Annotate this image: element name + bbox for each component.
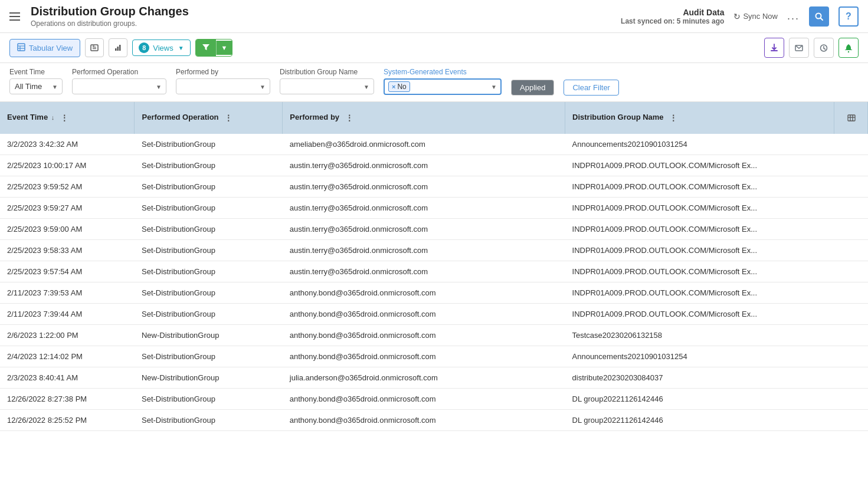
cell-performed_operation: Set-DistributionGroup — [135, 304, 283, 325]
cell-performed_by: austin.terry@o365droid.onmicrosoft.com — [283, 176, 565, 198]
sort-icon[interactable]: ↓ — [51, 114, 55, 121]
event-time-select-wrapper[interactable]: All Time — [9, 78, 63, 94]
applied-button[interactable]: Applied — [511, 80, 554, 96]
cell-performed_by: anthony.bond@o365droid.onmicrosoft.com — [283, 282, 565, 304]
cell-event_time: 2/3/2023 8:40:41 AM — [0, 367, 135, 389]
cell-performed_operation: New-DistributionGroup — [135, 325, 283, 346]
tag-x-icon[interactable]: × — [392, 83, 395, 90]
svg-rect-12 — [119, 45, 121, 51]
search-button[interactable] — [809, 6, 829, 27]
event-time-filter-group: Event Time All Time — [9, 68, 63, 94]
cell-performed_operation: Set-DistributionGroup — [135, 240, 283, 261]
cell-actions — [834, 389, 868, 410]
filter-row: Event Time All Time Performed Operation … — [0, 63, 868, 102]
page-title-area: Distribution Group Changes Operations on… — [31, 5, 621, 28]
table-row[interactable]: 2/25/2023 9:57:54 AMSet-DistributionGrou… — [0, 261, 868, 282]
system-events-label: System-Generated Events — [384, 68, 502, 76]
performed-operation-select-wrapper[interactable] — [72, 78, 166, 94]
email-button[interactable] — [789, 38, 809, 58]
data-table: Event Time ↓ ⋮ Performed Operation ⋮ Per… — [0, 102, 868, 431]
page-title: Distribution Group Changes — [31, 5, 621, 18]
sync-now-button[interactable]: ↻ Sync Now — [733, 12, 778, 21]
performed-by-select[interactable] — [176, 78, 270, 94]
performed-operation-select[interactable] — [72, 78, 166, 94]
cell-performed_operation: New-DistributionGroup — [135, 367, 283, 389]
table-row[interactable]: 2/25/2023 10:00:17 AMSet-DistributionGro… — [0, 155, 868, 176]
cell-actions — [834, 198, 868, 219]
cell-actions — [834, 219, 868, 240]
cell-performed_operation: Set-DistributionGroup — [135, 261, 283, 282]
cell-actions — [834, 134, 868, 155]
dist-group-select-wrapper[interactable] — [280, 78, 374, 94]
col-menu-dist-group[interactable]: ⋮ — [668, 113, 679, 123]
filter-button[interactable]: ▼ — [195, 39, 233, 57]
cell-event_time: 12/26/2022 8:25:52 PM — [0, 410, 135, 431]
cell-performed_by: austin.terry@o365droid.onmicrosoft.com — [283, 240, 565, 261]
chart-button[interactable] — [109, 38, 127, 57]
cell-event_time: 2/25/2023 9:58:33 AM — [0, 240, 135, 261]
dist-group-label: Distribution Group Name — [280, 68, 374, 76]
sidebar-toggle[interactable] — [9, 9, 24, 24]
system-events-select-wrapper[interactable]: × No ▼ — [384, 78, 502, 95]
table-row[interactable]: 2/3/2023 8:40:41 AMNew-DistributionGroup… — [0, 367, 868, 389]
schedule-button[interactable] — [814, 38, 834, 58]
filter-main-button[interactable] — [196, 40, 216, 56]
event-time-select[interactable]: All Time — [9, 78, 63, 94]
table-row[interactable]: 2/11/2023 7:39:44 AMSet-DistributionGrou… — [0, 304, 868, 325]
table-row[interactable]: 12/26/2022 8:25:52 PMSet-DistributionGro… — [0, 410, 868, 431]
table-row[interactable]: 3/2/2023 3:42:32 AMSet-DistributionGroup… — [0, 134, 868, 155]
cell-actions — [834, 346, 868, 367]
audit-title: Audit Data — [621, 8, 724, 17]
sync-icon: ↻ — [733, 12, 741, 21]
col-header-operation: Performed Operation ⋮ — [135, 102, 283, 134]
table-row[interactable]: 2/6/2023 1:22:00 PMNew-DistributionGroup… — [0, 325, 868, 346]
svg-rect-13 — [771, 50, 778, 51]
performed-operation-label: Performed Operation — [72, 68, 166, 76]
views-chevron-icon: ▼ — [178, 45, 184, 51]
cell-dist_group_name: INDPR01A009.PROD.OUTLOOK.COM/Microsoft E… — [565, 198, 834, 219]
filter-dropdown-button[interactable]: ▼ — [216, 41, 232, 55]
cell-performed_operation: Set-DistributionGroup — [135, 410, 283, 431]
table-row[interactable]: 12/26/2022 8:27:38 PMSet-DistributionGro… — [0, 389, 868, 410]
column-settings-button[interactable] — [841, 108, 862, 128]
cell-event_time: 2/25/2023 9:59:52 AM — [0, 176, 135, 198]
download-button[interactable] — [764, 38, 784, 58]
svg-rect-11 — [117, 47, 119, 51]
table-row[interactable]: 2/11/2023 7:39:53 AMSet-DistributionGrou… — [0, 282, 868, 304]
cell-event_time: 2/6/2023 1:22:00 PM — [0, 325, 135, 346]
clear-filter-button[interactable]: Clear Filter — [564, 80, 619, 96]
table-row[interactable]: 2/25/2023 9:59:27 AMSet-DistributionGrou… — [0, 198, 868, 219]
tabular-view-tab[interactable]: Tabular View — [9, 39, 80, 57]
table-row[interactable]: 2/25/2023 9:58:33 AMSet-DistributionGrou… — [0, 240, 868, 261]
views-count-badge: 8 — [139, 42, 149, 53]
more-options-button[interactable]: ... — [787, 10, 800, 22]
cell-performed_by: austin.terry@o365droid.onmicrosoft.com — [283, 261, 565, 282]
cell-event_time: 2/4/2023 12:14:02 PM — [0, 346, 135, 367]
cell-dist_group_name: INDPR01A009.PROD.OUTLOOK.COM/Microsoft E… — [565, 219, 834, 240]
svg-rect-17 — [848, 115, 855, 121]
table-row[interactable]: 2/4/2023 12:14:02 PMSet-DistributionGrou… — [0, 346, 868, 367]
cell-dist_group_name: INDPR01A009.PROD.OUTLOOK.COM/Microsoft E… — [565, 176, 834, 198]
cell-performed_operation: Set-DistributionGroup — [135, 389, 283, 410]
help-button[interactable]: ? — [838, 6, 859, 27]
audit-sync-info: Last synced on: 5 minutes ago — [621, 17, 724, 25]
cell-performed_by: austin.terry@o365droid.onmicrosoft.com — [283, 219, 565, 240]
views-button[interactable]: 8 Views ▼ — [132, 40, 190, 56]
table-row[interactable]: 2/25/2023 9:59:52 AMSet-DistributionGrou… — [0, 176, 868, 198]
alert-button[interactable] — [838, 38, 859, 58]
col-menu-event-time[interactable]: ⋮ — [59, 113, 70, 123]
dist-group-select[interactable] — [280, 78, 374, 94]
export-button[interactable] — [85, 38, 104, 57]
event-time-label: Event Time — [9, 68, 63, 76]
col-menu-performed-by[interactable]: ⋮ — [344, 113, 355, 123]
system-events-arrow-icon[interactable]: ▼ — [491, 84, 497, 90]
views-label: Views — [153, 44, 173, 52]
cell-actions — [834, 410, 868, 431]
cell-actions — [834, 304, 868, 325]
col-menu-operation[interactable]: ⋮ — [223, 113, 234, 123]
cell-event_time: 2/25/2023 10:00:17 AM — [0, 155, 135, 176]
cell-dist_group_name: INDPR01A009.PROD.OUTLOOK.COM/Microsoft E… — [565, 261, 834, 282]
table-row[interactable]: 2/25/2023 9:59:00 AMSet-DistributionGrou… — [0, 219, 868, 240]
cell-dist_group_name: Testcase20230206132158 — [565, 325, 834, 346]
performed-by-select-wrapper[interactable] — [176, 78, 270, 94]
